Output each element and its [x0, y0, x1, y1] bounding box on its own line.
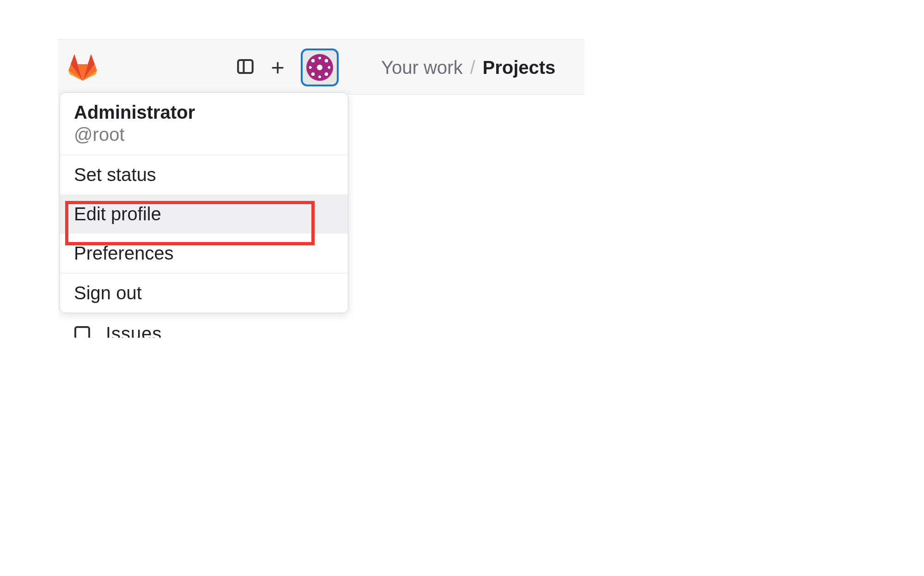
- sidebar-item-label: Issues: [106, 323, 162, 338]
- user-dropdown-header[interactable]: Administrator @root: [60, 93, 348, 155]
- menu-item-sign-out[interactable]: Sign out: [60, 273, 348, 313]
- menu-item-edit-profile[interactable]: Edit profile: [60, 194, 348, 234]
- issues-icon: [74, 326, 90, 338]
- sidebar-toggle-button[interactable]: [233, 55, 257, 79]
- sidebar-item-issues[interactable]: Issues: [74, 323, 162, 338]
- user-menu-button[interactable]: [301, 49, 339, 86]
- breadcrumb: Your work / Projects: [381, 57, 555, 78]
- breadcrumb-separator: /: [470, 57, 475, 78]
- menu-item-set-status[interactable]: Set status: [60, 155, 348, 194]
- plus-icon: +: [271, 55, 284, 80]
- user-dropdown: Administrator @root Set status Edit prof…: [60, 92, 348, 313]
- sidebar-toggle-icon: [236, 57, 255, 78]
- menu-item-label: Edit profile: [74, 204, 161, 224]
- svg-rect-0: [238, 60, 253, 73]
- breadcrumb-root[interactable]: Your work: [381, 57, 462, 78]
- topbar-actions: +: [233, 40, 339, 95]
- breadcrumb-current: Projects: [483, 57, 556, 78]
- user-avatar-icon: [306, 54, 333, 81]
- menu-item-label: Sign out: [74, 283, 142, 303]
- gitlab-logo[interactable]: [66, 49, 99, 85]
- app-frame: + Your work / Projects Administrator @ro…: [58, 39, 584, 338]
- menu-item-label: Preferences: [74, 243, 174, 263]
- user-display-name: Administrator: [74, 101, 334, 123]
- topbar-left: [58, 40, 99, 94]
- create-new-button[interactable]: +: [266, 55, 290, 79]
- gitlab-logo-icon: [66, 49, 99, 85]
- menu-item-preferences[interactable]: Preferences: [60, 234, 348, 273]
- topbar: + Your work / Projects: [58, 39, 584, 95]
- menu-item-label: Set status: [74, 164, 156, 185]
- user-handle: @root: [74, 123, 334, 146]
